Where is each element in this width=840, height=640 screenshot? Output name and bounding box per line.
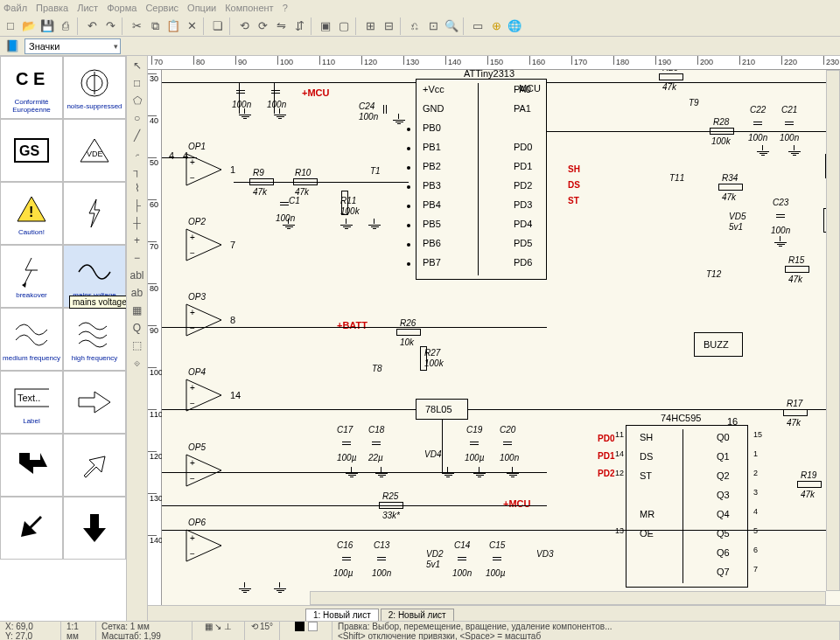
palette-item-14[interactable] — [0, 497, 63, 560]
palette-item-1[interactable]: noise-suppressed — [63, 56, 126, 119]
library-icon[interactable]: 📘 — [4, 38, 21, 55]
svg-text:+: + — [190, 233, 195, 242]
flip-h-icon[interactable]: ⇋ — [272, 17, 290, 35]
svg-text:VDE: VDE — [87, 150, 103, 158]
scrollbar-vertical[interactable] — [826, 70, 840, 591]
palette-item-10[interactable]: Text..Label — [0, 371, 63, 434]
ruler-vertical: 30405060708090100110120130140 — [148, 70, 162, 605]
menu-form[interactable]: Форма — [107, 3, 136, 13]
palette-item-2[interactable]: GS — [0, 119, 63, 182]
rotate-l-icon[interactable]: ⟲ — [235, 17, 253, 35]
snap-icon[interactable]: ⊡ — [424, 17, 442, 35]
svg-text:+: + — [190, 383, 195, 393]
menu-edit[interactable]: Правка — [36, 3, 68, 13]
tool-1[interactable]: □ — [129, 75, 146, 91]
sheet-tab-2[interactable]: 2: Новый лист — [381, 609, 454, 621]
tool-3[interactable]: ○ — [129, 110, 146, 126]
buzzer: BUZZ — [694, 332, 743, 357]
svg-text:−: − — [190, 173, 195, 183]
tool-14[interactable]: ▦ — [129, 303, 146, 318]
tool-5[interactable]: ⦧ — [129, 145, 146, 161]
scrollbar-horizontal[interactable] — [310, 591, 826, 605]
palette-item-9[interactable]: high frequency — [63, 308, 126, 371]
gs-icon: GS — [14, 133, 49, 168]
undo-icon[interactable]: ↶ — [83, 17, 101, 35]
canvas-area: 7080901001101201301401501601701801902002… — [148, 56, 840, 621]
tool-11[interactable]: − — [129, 250, 146, 266]
palette-label: noise-suppressed — [66, 102, 122, 110]
tool-9[interactable]: ┼ — [129, 215, 146, 231]
tool-15[interactable]: Q — [129, 320, 146, 336]
palette-item-11[interactable] — [63, 371, 126, 434]
palette-item-0[interactable]: C EConformité Européenne — [0, 56, 63, 119]
menu-help[interactable]: ? — [283, 3, 288, 13]
ce-icon: C E — [14, 61, 49, 96]
arrow-r-icon — [77, 385, 112, 420]
schematic-canvas[interactable]: 100n 100n +MCU C24 100n ATTiny2313 MCU 4… — [162, 70, 840, 605]
palette-label: Caution! — [18, 228, 45, 236]
redo-icon[interactable]: ↷ — [102, 17, 119, 35]
menu-options[interactable]: Опции — [187, 3, 216, 13]
menu-service[interactable]: Сервис — [145, 3, 178, 13]
status-angle[interactable]: ⟲ 15° — [245, 622, 280, 640]
tool-4[interactable]: ╱ — [129, 128, 146, 143]
cut-icon[interactable]: ✂ — [128, 17, 145, 35]
tool-17[interactable]: ⟐ — [129, 355, 146, 371]
front-icon[interactable]: ▣ — [317, 17, 334, 35]
tool-10[interactable]: + — [129, 233, 146, 248]
menu-component[interactable]: Компонент — [225, 3, 273, 13]
menu-file[interactable]: Файл — [4, 3, 27, 13]
palette-label: breakover — [16, 291, 47, 299]
rect-icon[interactable]: ▭ — [469, 17, 486, 35]
link-icon[interactable]: ⎌ — [406, 17, 424, 35]
print-icon[interactable]: ⎙ — [57, 17, 74, 35]
status-grid: Сетка: 1 ммМасштаб: 1,99 — [96, 622, 192, 640]
tooltip: mains voltage — [69, 296, 127, 309]
palette-item-12[interactable] — [0, 434, 63, 497]
tool-13[interactable]: ab — [129, 285, 146, 301]
open-icon[interactable]: 📂 — [20, 17, 38, 35]
group-icon[interactable]: ⊞ — [361, 17, 379, 35]
palette-item-4[interactable]: !Caution! — [0, 182, 63, 245]
sheet-tab-1[interactable]: 1: Новый лист — [305, 609, 379, 621]
palette-item-15[interactable] — [63, 497, 126, 560]
tool-7[interactable]: ⌇ — [129, 180, 146, 196]
svg-text:−: − — [190, 399, 195, 408]
delete-icon[interactable]: ✕ — [183, 17, 200, 35]
svg-text:C E: C E — [16, 69, 45, 88]
vde-icon: VDE — [77, 133, 112, 168]
status-snap-icons[interactable]: ▦ ↘ ⊥ — [192, 622, 245, 640]
status-color[interactable] — [280, 622, 332, 640]
tool-6[interactable]: ┐ — [129, 163, 146, 178]
tool-2[interactable]: ⬠ — [129, 93, 146, 108]
palette-item-8[interactable]: medium frequency — [0, 308, 63, 371]
duplicate-icon[interactable]: ❏ — [209, 17, 227, 35]
menu-sheet[interactable]: Лист — [77, 3, 98, 13]
copy-icon[interactable]: ⧉ — [146, 17, 164, 35]
arrow-ur-icon — [77, 448, 112, 483]
svg-text:−: − — [190, 323, 195, 333]
palette-item-13[interactable] — [63, 434, 126, 497]
palette-item-5[interactable] — [63, 182, 126, 245]
zoom-icon[interactable]: ⊕ — [487, 17, 505, 35]
sine-icon — [77, 254, 112, 289]
library-combo[interactable]: Значки — [24, 38, 121, 54]
paste-icon[interactable]: 📋 — [164, 17, 182, 35]
sheet-tabs: 1: Новый лист 2: Новый лист — [148, 605, 840, 621]
ungroup-icon[interactable]: ⊟ — [380, 17, 397, 35]
palette-item-6[interactable]: breakover — [0, 245, 63, 308]
save-icon[interactable]: 💾 — [38, 17, 56, 35]
palette-item-3[interactable]: VDE — [63, 119, 126, 182]
back-icon[interactable]: ▢ — [335, 17, 353, 35]
symbol-palette[interactable]: C EConformité Européennenoise-suppressed… — [0, 56, 127, 621]
palette-item-7[interactable]: mains voltagemains voltage — [63, 245, 126, 308]
tool-16[interactable]: ⬚ — [129, 337, 146, 353]
new-icon[interactable]: □ — [2, 17, 19, 35]
flip-v-icon[interactable]: ⇵ — [290, 17, 308, 35]
rotate-r-icon[interactable]: ⟳ — [254, 17, 271, 35]
tool-8[interactable]: ├ — [129, 198, 146, 213]
globe-icon[interactable]: 🌐 — [506, 17, 523, 35]
tool-0[interactable]: ↖ — [129, 58, 146, 73]
find-icon[interactable]: 🔍 — [443, 17, 460, 35]
tool-12[interactable]: abl — [129, 268, 146, 283]
